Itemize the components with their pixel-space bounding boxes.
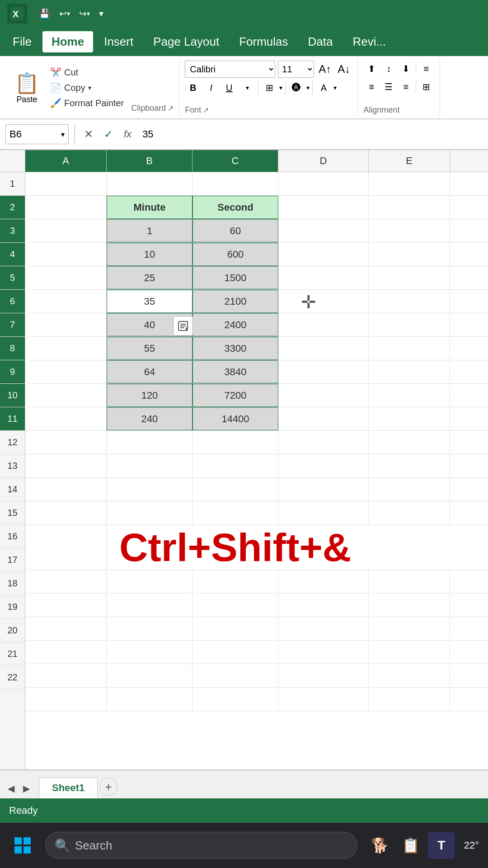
cell-c1[interactable] [192, 172, 278, 195]
cell-c5[interactable]: 1500 [192, 266, 278, 289]
bold-button[interactable]: B [185, 80, 201, 96]
row-header-5[interactable]: 5 [0, 266, 25, 290]
cell-b4[interactable]: 10 [107, 243, 192, 266]
cell-c8[interactable]: 3300 [192, 337, 278, 360]
cell-c19[interactable] [192, 617, 278, 640]
undo-button[interactable]: ↩▾ [56, 6, 73, 21]
cell-d11[interactable] [278, 407, 369, 430]
cell-e20[interactable] [369, 641, 450, 664]
font-size-select[interactable]: 11 [278, 61, 314, 78]
row-header-19[interactable]: 19 [0, 595, 25, 619]
cell-c22[interactable] [192, 688, 278, 711]
cell-e12[interactable] [369, 431, 450, 454]
cell-a15[interactable] [25, 501, 107, 524]
cell-e21[interactable] [369, 664, 450, 687]
cell-b5[interactable]: 25 [107, 266, 192, 289]
cell-e5[interactable] [369, 266, 450, 289]
cell-a12[interactable] [25, 431, 107, 454]
cell-b12[interactable] [107, 431, 192, 454]
copy-button[interactable]: 📄 Copy ▾ [47, 80, 127, 95]
row-header-6[interactable]: 6 [0, 290, 25, 313]
row-header-15[interactable]: 15 [0, 501, 25, 525]
cell-d9[interactable] [278, 360, 369, 383]
cell-e11[interactable] [369, 407, 450, 430]
cell-b2[interactable]: Minute [107, 196, 192, 219]
save-button[interactable]: 💾 [36, 6, 53, 21]
row-header-22[interactable]: 22 [0, 666, 25, 689]
cell-e9[interactable] [369, 360, 450, 383]
cell-c20[interactable] [192, 641, 278, 664]
row-header-11[interactable]: 11 [0, 407, 25, 431]
sheet-tab-sheet1[interactable]: Sheet1 [39, 778, 98, 798]
underline-button[interactable]: U [221, 80, 237, 96]
cell-c2[interactable]: Second [192, 196, 278, 219]
cell-d22[interactable] [278, 688, 369, 711]
cell-b8[interactable]: 55 [107, 337, 192, 360]
customize-button[interactable]: ▾ [96, 6, 106, 21]
cell-c17[interactable] [192, 570, 278, 593]
cell-c9[interactable]: 3840 [192, 360, 278, 383]
cell-a13[interactable] [25, 454, 107, 477]
row-header-4[interactable]: 4 [0, 243, 25, 266]
cell-c10[interactable]: 7200 [192, 384, 278, 407]
cell-e14[interactable] [369, 478, 450, 501]
row-header-17[interactable]: 17 [0, 548, 25, 572]
row-header-7[interactable]: 7 [0, 313, 25, 337]
cell-c12[interactable] [192, 431, 278, 454]
borders-button[interactable]: ⊞ [261, 80, 277, 96]
cell-a9[interactable] [25, 360, 107, 383]
cell-a1[interactable] [25, 172, 107, 195]
cell-a18[interactable] [25, 594, 107, 617]
cell-b3[interactable]: 1 [107, 219, 192, 242]
row-header-21[interactable]: 21 [0, 642, 25, 666]
cell-b20[interactable] [107, 641, 192, 664]
cell-d8[interactable] [278, 337, 369, 360]
cell-b19[interactable] [107, 617, 192, 640]
italic-button[interactable]: I [203, 80, 219, 96]
cell-a6[interactable] [25, 290, 107, 313]
cell-a22[interactable] [25, 688, 107, 711]
cell-d1[interactable] [278, 172, 369, 195]
cell-e7[interactable] [369, 313, 450, 336]
cell-c4[interactable]: 600 [192, 243, 278, 266]
col-header-b[interactable]: B [107, 150, 192, 172]
cell-a16[interactable] [25, 525, 107, 570]
row-header-18[interactable]: 18 [0, 572, 25, 595]
cell-b15[interactable] [107, 501, 192, 524]
cell-d12[interactable] [278, 431, 369, 454]
row-header-10[interactable]: 10 [0, 384, 25, 407]
menu-data[interactable]: Data [299, 31, 342, 52]
col-header-a[interactable]: A [25, 150, 107, 172]
cell-c14[interactable] [192, 478, 278, 501]
align-left-button[interactable]: ≡ [363, 79, 380, 95]
menu-formulas[interactable]: Formulas [230, 31, 297, 52]
cell-b1[interactable] [107, 172, 192, 195]
cell-d17[interactable] [278, 570, 369, 593]
wrap-text-button[interactable]: ≡ [418, 61, 434, 77]
cell-b11[interactable]: 240 [107, 407, 192, 430]
cell-a11[interactable] [25, 407, 107, 430]
clipboard-dialog-launcher[interactable]: ↗ [168, 104, 174, 113]
cell-e10[interactable] [369, 384, 450, 407]
align-center-button[interactable]: ☰ [380, 79, 397, 95]
cell-a4[interactable] [25, 243, 107, 266]
align-right-button[interactable]: ≡ [398, 79, 414, 95]
cell-b21[interactable] [107, 664, 192, 687]
cell-d21[interactable] [278, 664, 369, 687]
cell-d3[interactable] [278, 219, 369, 242]
cell-e22[interactable] [369, 688, 450, 711]
cell-a10[interactable] [25, 384, 107, 407]
col-header-e[interactable]: E [369, 150, 450, 172]
merge-center-button[interactable]: ⊞ [418, 79, 434, 95]
row-header-2[interactable]: 2 [0, 196, 25, 219]
cell-d6[interactable]: ✛ [278, 290, 369, 313]
cell-b10[interactable]: 120 [107, 384, 192, 407]
cell-c21[interactable] [192, 664, 278, 687]
cell-d15[interactable] [278, 501, 369, 524]
sheet-nav-next[interactable]: ▶ [19, 781, 33, 796]
cell-d20[interactable] [278, 641, 369, 664]
cell-e18[interactable] [369, 594, 450, 617]
formula-confirm-button[interactable]: ✓ [100, 126, 117, 142]
cell-e17[interactable] [369, 570, 450, 593]
row-header-13[interactable]: 13 [0, 454, 25, 478]
